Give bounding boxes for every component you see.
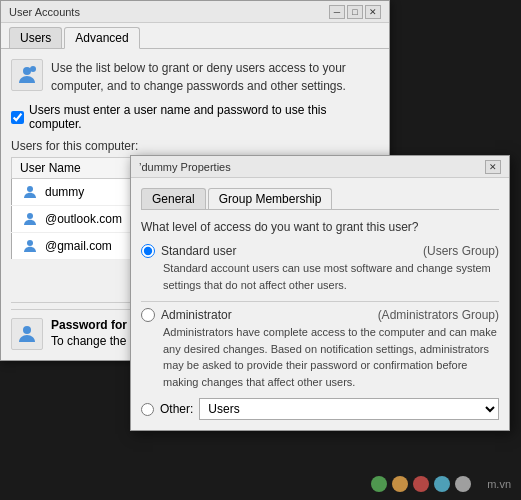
dialog-tab-general[interactable]: General [141, 188, 206, 209]
color-dot-2 [392, 476, 408, 492]
administrator-radio[interactable] [141, 308, 155, 322]
tab-users[interactable]: Users [9, 27, 62, 48]
color-dots [371, 476, 471, 492]
other-option-row: Other: Users [141, 398, 499, 420]
dialog-tab-group-membership[interactable]: Group Membership [208, 188, 333, 209]
svg-point-0 [23, 67, 31, 75]
administrator-option: Administrator (Administrators Group) Adm… [141, 308, 499, 390]
svg-point-2 [27, 186, 33, 192]
standard-user-group-label: (Users Group) [423, 244, 499, 258]
password-user-icon [11, 318, 43, 350]
standard-user-row: Standard user (Users Group) [141, 244, 499, 258]
require-password-checkbox[interactable] [11, 111, 24, 124]
standard-user-radio[interactable] [141, 244, 155, 258]
standard-user-label: Standard user [161, 244, 236, 258]
dialog-close-button[interactable]: ✕ [485, 160, 501, 174]
standard-user-desc: Standard account users can use most soft… [163, 260, 499, 293]
other-dropdown[interactable]: Users [199, 398, 499, 420]
maximize-button[interactable]: □ [347, 5, 363, 19]
svg-point-1 [30, 66, 36, 72]
administrator-label: Administrator [161, 308, 232, 322]
svg-point-5 [23, 326, 31, 334]
checkbox-label: Users must enter a user name and passwor… [29, 103, 379, 131]
user-icon-large [11, 59, 43, 91]
color-dot-5 [455, 476, 471, 492]
color-dot-4 [434, 476, 450, 492]
dialog-window-controls: ✕ [485, 160, 501, 174]
dialog-title: ’dummy Properties [139, 161, 231, 173]
properties-dialog: ’dummy Properties ✕ General Group Member… [130, 155, 510, 431]
row-username: dummy [45, 185, 84, 199]
dialog-tab-bar: General Group Membership [141, 188, 499, 210]
minimize-button[interactable]: ─ [329, 5, 345, 19]
other-label: Other: [160, 402, 193, 416]
dialog-titlebar: ’dummy Properties ✕ [131, 156, 509, 178]
dialog-content: General Group Membership What level of a… [131, 178, 509, 430]
row-username: @gmail.com [45, 239, 112, 253]
user-accounts-titlebar: User Accounts ─ □ ✕ [1, 1, 389, 23]
row-user-icon [20, 209, 40, 229]
color-dot-3 [413, 476, 429, 492]
tab-advanced[interactable]: Advanced [64, 27, 139, 49]
row-username: @outlook.com [45, 212, 122, 226]
close-button[interactable]: ✕ [365, 5, 381, 19]
administrator-group-label: (Administrators Group) [378, 308, 499, 322]
tab-bar: Users Advanced [1, 23, 389, 49]
row-user-icon [20, 182, 40, 202]
info-text: Use the list below to grant or deny user… [51, 59, 379, 95]
section-label: Users for this computer: [11, 139, 379, 153]
color-dot-1 [371, 476, 387, 492]
svg-point-4 [27, 240, 33, 246]
info-section: Use the list below to grant or deny user… [11, 59, 379, 95]
user-accounts-title: User Accounts [9, 6, 80, 18]
dialog-question: What level of access do you want to gran… [141, 220, 499, 234]
administrator-desc: Administrators have complete access to t… [163, 324, 499, 390]
watermark: m.vn [487, 478, 511, 490]
svg-point-3 [27, 213, 33, 219]
standard-user-option: Standard user (Users Group) Standard acc… [141, 244, 499, 293]
row-user-icon [20, 236, 40, 256]
other-radio[interactable] [141, 403, 154, 416]
checkbox-row: Users must enter a user name and passwor… [11, 103, 379, 131]
administrator-row: Administrator (Administrators Group) [141, 308, 499, 322]
window-controls: ─ □ ✕ [329, 5, 381, 19]
